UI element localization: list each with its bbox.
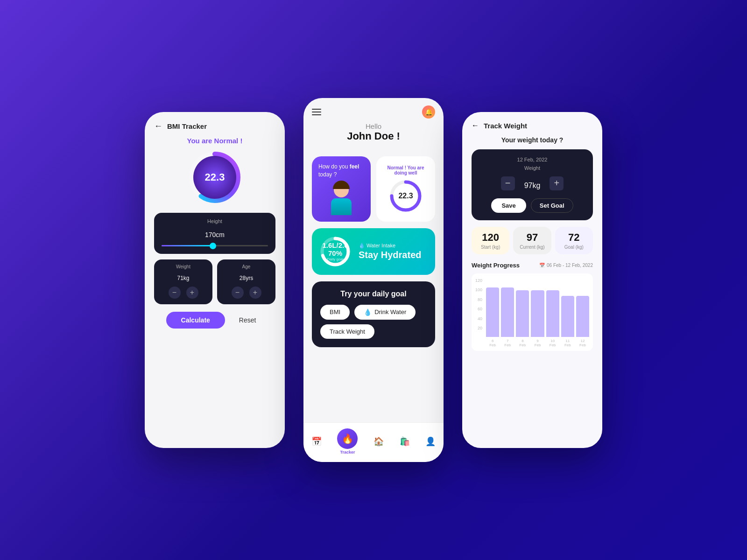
bar-8feb — [516, 290, 529, 337]
bmi-subtitle: You are Normal ! — [154, 137, 275, 145]
greeting: Hello John Doe ! — [303, 122, 444, 142]
bmi-status: Normal ! — [214, 137, 243, 145]
bmi-mini-value: 22.3 — [398, 192, 413, 200]
height-slider[interactable] — [162, 245, 268, 246]
weight-decrease-button[interactable]: − — [501, 176, 515, 190]
water-card[interactable]: 1.6L/2.0 70% Daily goal 💧 Water Intake S… — [312, 228, 435, 275]
goal-weight-card: 72 Goal (kg) — [555, 227, 593, 254]
track-header: ← Track Weight — [472, 121, 593, 130]
reset-button[interactable]: Reset — [232, 312, 264, 329]
current-weight-value: 97 — [517, 231, 547, 244]
bmi-header: ← BMI Tracker — [154, 121, 275, 131]
water-ring: 1.6L/2.0 70% Daily goal — [319, 236, 351, 267]
age-plus-button[interactable]: + — [249, 287, 261, 299]
current-weight-card: 97 Current (kg) — [513, 227, 551, 254]
weight-card-label: Weight — [479, 165, 585, 171]
bmi-title: BMI Tracker — [167, 122, 207, 130]
bmi-mini-card[interactable]: Normal ! You are doing well 22.3 — [376, 156, 435, 222]
notification-icon[interactable]: 🔔 — [422, 105, 435, 119]
track-weight-button[interactable]: Track Weight — [320, 324, 374, 339]
bar-col-10feb: 10Feb — [546, 290, 559, 347]
slider-fill — [162, 245, 211, 246]
calendar-small-icon: 📅 — [539, 263, 545, 268]
bar-col-8feb: 8Feb — [516, 290, 529, 347]
weight-section-title: Your weight today ? — [472, 136, 593, 144]
bar-col-11feb: 11Feb — [561, 296, 574, 347]
calculate-button[interactable]: Calculate — [166, 312, 225, 329]
start-weight-value: 120 — [475, 231, 506, 244]
set-goal-button[interactable]: Set Goal — [531, 198, 573, 213]
save-button[interactable]: Save — [491, 198, 526, 213]
current-weight-label: Current (kg) — [517, 245, 547, 250]
height-value: 170cm — [162, 226, 268, 240]
bars-container: 6Feb 7Feb 8Feb 9Feb 10Feb — [486, 278, 589, 347]
dashboard-phone: 🔔 Hello John Doe ! How do you feel today… — [303, 98, 444, 462]
start-weight-label: Start (kg) — [475, 245, 506, 250]
daily-goal-title: Try your daily goal — [320, 290, 427, 298]
height-card: Height 170cm — [154, 213, 275, 254]
weight-display: 97kg — [524, 175, 541, 192]
back-arrow-icon[interactable]: ← — [154, 121, 162, 131]
calendar-icon: 📅 — [311, 436, 322, 447]
nav-shop[interactable]: 🛍️ — [400, 436, 410, 447]
bmi-mini-label: Normal ! You are doing well — [383, 165, 429, 175]
bar-col-7feb: 7Feb — [501, 287, 514, 347]
bar-12feb — [576, 296, 589, 337]
dash-topbar: 🔔 — [303, 98, 444, 122]
water-text: 💧 Water Intake Stay Hydrated — [359, 243, 422, 260]
bar-6feb — [486, 287, 499, 337]
nav-tracker-label: Tracker — [340, 450, 355, 455]
weight-controls: − + — [160, 287, 207, 299]
start-weight-card: 120 Start (kg) — [472, 227, 509, 254]
drop-icon: 💧 — [364, 308, 372, 316]
track-back-icon[interactable]: ← — [472, 121, 479, 130]
x-label-10feb: 10Feb — [550, 339, 556, 347]
action-row: Calculate Reset — [154, 312, 275, 329]
water-amount: 1.6L/2.0 — [322, 241, 348, 249]
bmi-tracker-phone: ← BMI Tracker You are Normal ! — [145, 112, 285, 448]
bmi-number: 22.3 — [205, 171, 225, 183]
track-weight-phone: ← Track Weight Your weight today ? 12 Fe… — [462, 112, 602, 448]
x-label-12feb: 12Feb — [579, 339, 586, 347]
weight-plus-button[interactable]: + — [186, 287, 198, 299]
nav-profile[interactable]: 👤 — [425, 436, 436, 447]
profile-icon: 👤 — [425, 436, 436, 447]
weight-increase-button[interactable]: + — [550, 176, 564, 190]
menu-icon[interactable] — [312, 109, 321, 115]
weight-minus-button[interactable]: − — [169, 287, 181, 299]
nav-tracker[interactable]: 🔥 Tracker — [337, 428, 358, 455]
bar-10feb — [546, 290, 559, 337]
weight-input-card: 12 Feb, 2022 Weight − 97kg + Save Set Go… — [472, 149, 593, 220]
nav-calendar[interactable]: 📅 — [311, 436, 322, 447]
x-label-9feb: 9Feb — [535, 339, 541, 347]
bmi-mini-ring: 22.3 — [389, 179, 423, 213]
tracker-fire-icon[interactable]: 🔥 — [337, 428, 358, 449]
nav-home[interactable]: 🏠 — [374, 436, 384, 447]
water-intake-label: Water Intake — [366, 243, 395, 248]
feel-card[interactable]: How do you feel today ? — [312, 156, 371, 222]
weight-display-unit: kg — [532, 182, 540, 189]
avatar-hair — [333, 181, 350, 189]
weight-chart: 120 100 80 60 40 20 6Feb 7Feb 8 — [472, 273, 593, 351]
stats-row: 120 Start (kg) 97 Current (kg) 72 Goal (… — [472, 227, 593, 254]
bmi-ring-container: 22.3 — [154, 149, 275, 205]
age-controls: − + — [223, 287, 270, 299]
feel-text: How do you feel today ? — [318, 163, 364, 179]
goal-weight-label: Goal (kg) — [559, 245, 589, 250]
progress-date: 📅 06 Feb - 12 Feb, 2022 — [539, 263, 593, 268]
x-label-11feb: 11Feb — [564, 339, 571, 347]
progress-header: Weight Progress 📅 06 Feb - 12 Feb, 2022 — [472, 262, 593, 269]
greeting-hello: Hello — [303, 122, 444, 130]
y-label-40: 40 — [475, 316, 484, 321]
dash-content: How do you feel today ? Normal ! You are… — [303, 149, 444, 347]
y-label-100: 100 — [475, 287, 484, 292]
bottom-nav: 📅 🔥 Tracker 🏠 🛍️ 👤 — [303, 422, 444, 462]
greeting-name: John Doe ! — [303, 130, 444, 142]
drink-water-button[interactable]: 💧 Drink Water — [354, 305, 416, 320]
age-value: 28yrs — [223, 271, 270, 283]
bmi-goal-button[interactable]: BMI — [320, 305, 350, 320]
y-label-20: 20 — [475, 326, 484, 330]
age-minus-button[interactable]: − — [232, 287, 244, 299]
slider-thumb[interactable] — [210, 243, 216, 249]
y-label-80: 80 — [475, 297, 484, 302]
